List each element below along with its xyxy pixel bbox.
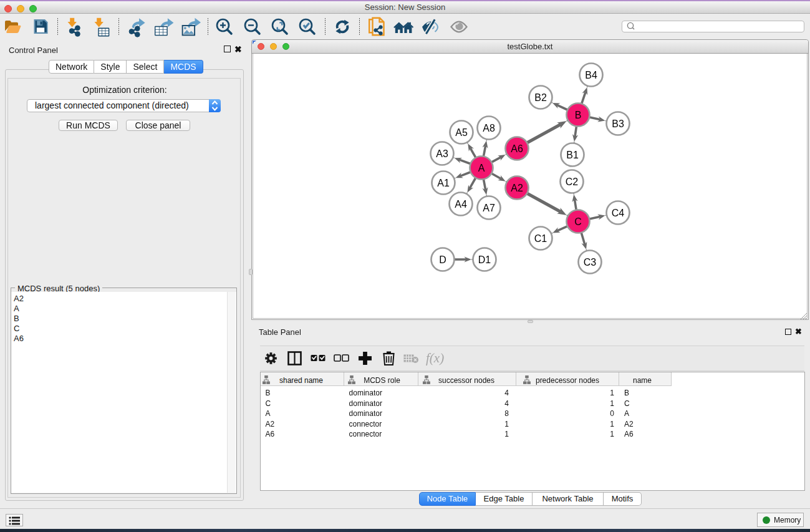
svg-text:1: 1 <box>504 430 509 438</box>
svg-text:C2: C2 <box>566 177 579 187</box>
svg-text:B: B <box>266 389 271 397</box>
svg-text:1: 1 <box>610 430 614 438</box>
svg-text:A: A <box>624 409 629 418</box>
svg-text:4: 4 <box>504 399 509 408</box>
svg-text:B4: B4 <box>585 70 597 80</box>
svg-text:C3: C3 <box>584 257 597 268</box>
svg-text:C: C <box>624 399 630 408</box>
svg-text:4: 4 <box>504 389 509 397</box>
svg-text:A6: A6 <box>266 430 275 438</box>
svg-text:A6: A6 <box>624 430 634 438</box>
svg-text:C: C <box>574 216 582 227</box>
svg-text:predecessor nodes: predecessor nodes <box>536 376 599 385</box>
svg-text:1: 1 <box>610 420 614 428</box>
svg-text:MCDS role: MCDS role <box>364 376 400 385</box>
svg-text:dominator: dominator <box>349 409 382 418</box>
svg-text:1: 1 <box>610 389 614 397</box>
svg-text:D1: D1 <box>478 254 491 265</box>
svg-text:connector: connector <box>349 420 382 428</box>
svg-text:A1: A1 <box>437 178 450 188</box>
svg-text:A2: A2 <box>511 183 523 193</box>
svg-text:C4: C4 <box>612 208 625 218</box>
svg-text:successor nodes: successor nodes <box>438 376 494 385</box>
svg-text:connector: connector <box>349 430 382 438</box>
svg-text:A5: A5 <box>455 127 468 138</box>
svg-text:A6: A6 <box>511 143 523 154</box>
svg-text:A2: A2 <box>624 420 634 428</box>
svg-text:A: A <box>478 163 485 173</box>
svg-text:A2: A2 <box>266 420 275 428</box>
svg-text:dominator: dominator <box>349 399 382 408</box>
svg-text:name: name <box>633 376 652 385</box>
svg-text:B: B <box>624 389 629 397</box>
svg-text:B2: B2 <box>534 92 547 103</box>
svg-text:1: 1 <box>504 420 509 428</box>
svg-text:A8: A8 <box>483 123 495 133</box>
svg-text:C1: C1 <box>534 233 547 244</box>
svg-text:D: D <box>439 254 446 265</box>
svg-text:8: 8 <box>504 409 509 418</box>
svg-text:dominator: dominator <box>349 389 382 397</box>
svg-text:A3: A3 <box>436 148 448 159</box>
svg-text:A7: A7 <box>483 203 495 213</box>
svg-text:B: B <box>575 110 582 120</box>
svg-text:C: C <box>266 399 271 408</box>
svg-text:0: 0 <box>610 409 614 418</box>
svg-text:B3: B3 <box>612 118 624 129</box>
svg-text:A: A <box>266 409 271 418</box>
svg-text:B1: B1 <box>566 150 579 160</box>
svg-text:A4: A4 <box>455 199 467 210</box>
svg-text:1: 1 <box>610 399 614 408</box>
svg-text:shared name: shared name <box>279 376 323 385</box>
svg-text:f(x): f(x) <box>426 351 444 365</box>
